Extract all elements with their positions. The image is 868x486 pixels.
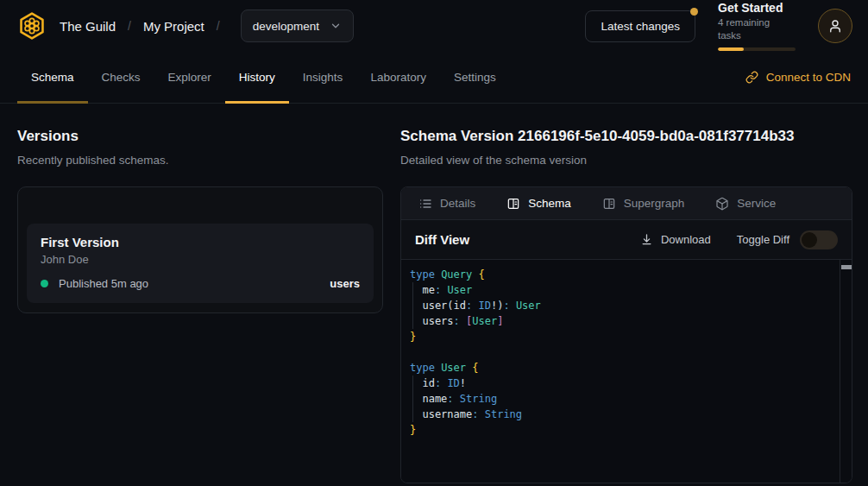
latest-changes-button[interactable]: Latest changes (585, 10, 695, 42)
toggle-diff-switch[interactable] (800, 230, 838, 249)
version-list-item[interactable]: First Version John Doe Published 5m ago … (27, 224, 374, 303)
nav-item-laboratory[interactable]: Laboratory (356, 52, 440, 103)
nav-item-schema[interactable]: Schema (17, 52, 88, 103)
versions-list: First Version John Doe Published 5m ago … (17, 186, 383, 313)
version-detail-card: Details Schema Super (400, 186, 852, 483)
chevron-down-icon (330, 20, 342, 32)
breadcrumb-separator: / (217, 19, 220, 33)
versions-subtitle: Recently published schemas. (17, 154, 383, 167)
get-started-progress-track (718, 47, 796, 51)
nav-item-insights[interactable]: Insights (289, 52, 357, 103)
top-header: The Guild / My Project / development Lat… (0, 0, 868, 52)
versions-panel: Versions Recently published schemas. Fir… (0, 104, 400, 483)
code-content: type Query { me: User user(id: ID!): Use… (401, 260, 852, 445)
list-icon (418, 197, 432, 211)
breadcrumb-project[interactable]: My Project (143, 19, 204, 34)
cube-icon (715, 197, 729, 211)
download-label: Download (661, 233, 711, 246)
nav-item-explorer[interactable]: Explorer (154, 52, 225, 103)
app-root: The Guild / My Project / development Lat… (0, 0, 868, 483)
tab-details[interactable]: Details (418, 197, 475, 211)
download-button[interactable]: Download (640, 233, 711, 246)
environment-select-value: development (253, 20, 319, 33)
columns-icon (506, 197, 520, 211)
diff-toolbar: Diff View Download Toggle Diff (401, 220, 852, 260)
download-icon (640, 233, 653, 246)
schema-code-block[interactable]: type Query { me: User user(id: ID!): Use… (401, 260, 852, 483)
link-icon (745, 71, 758, 84)
tab-supergraph[interactable]: Supergraph (602, 197, 685, 211)
diff-actions: Download Toggle Diff (640, 230, 838, 249)
get-started-subtitle: 4 remaining tasks (718, 16, 796, 42)
user-icon (827, 18, 843, 34)
hive-logo-icon[interactable] (17, 11, 47, 41)
versions-title: Versions (17, 128, 383, 145)
version-detail-title: Schema Version 2166196f-5e10-4059-bd0a-0… (400, 128, 852, 145)
nav-item-history[interactable]: History (225, 52, 289, 103)
main-content: Versions Recently published schemas. Fir… (0, 104, 868, 483)
columns-icon (602, 197, 616, 211)
progress-fill (718, 47, 744, 51)
breadcrumb-separator: / (128, 19, 131, 33)
version-meta-row: Published 5m ago users (41, 277, 360, 290)
indent-guide (412, 282, 413, 329)
version-service-tag: users (330, 277, 360, 290)
breadcrumb: The Guild / My Project / development (17, 9, 354, 42)
get-started-title: Get Started (718, 1, 796, 16)
tab-details-label: Details (440, 197, 475, 210)
version-author: John Doe (41, 253, 360, 266)
indent-guide (412, 376, 413, 422)
version-name: First Version (41, 235, 360, 249)
tab-service-label: Service (737, 197, 776, 210)
latest-changes-label: Latest changes (601, 20, 680, 33)
toggle-diff-label: Toggle Diff (737, 233, 789, 246)
environment-select[interactable]: development (241, 9, 354, 42)
connect-to-cdn-label: Connect to CDN (766, 71, 851, 84)
version-detail-subtitle: Detailed view of the schema version (400, 154, 852, 167)
primary-nav: Schema Checks Explorer History Insights … (0, 52, 868, 104)
code-scrollbar[interactable] (840, 260, 852, 483)
breadcrumb-org[interactable]: The Guild (60, 19, 116, 34)
get-started-widget[interactable]: Get Started 4 remaining tasks (718, 1, 796, 51)
detail-tabs: Details Schema Super (401, 187, 852, 220)
toggle-diff-control: Toggle Diff (737, 230, 838, 249)
header-actions: Latest changes Get Started 4 remaining t… (585, 1, 852, 51)
nav-item-checks[interactable]: Checks (88, 52, 154, 103)
switch-knob (802, 232, 817, 248)
scrollbar-thumb[interactable] (841, 265, 852, 269)
tab-service[interactable]: Service (715, 197, 776, 211)
version-status: Published 5m ago (59, 277, 148, 290)
published-status-dot-icon (41, 280, 48, 287)
diff-view-title: Diff View (415, 232, 469, 247)
notification-dot-icon (690, 8, 698, 16)
tab-schema-label: Schema (528, 197, 571, 210)
version-detail-panel: Schema Version 2166196f-5e10-4059-bd0a-0… (400, 104, 868, 483)
tab-supergraph-label: Supergraph (624, 197, 685, 210)
tab-schema[interactable]: Schema (506, 197, 571, 211)
nav-item-settings[interactable]: Settings (440, 52, 510, 103)
avatar[interactable] (818, 9, 852, 43)
connect-to-cdn-button[interactable]: Connect to CDN (745, 52, 851, 103)
